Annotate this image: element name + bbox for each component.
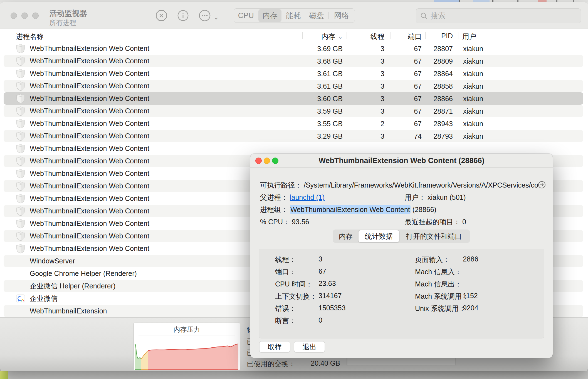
- cell-pid: 28807: [433, 44, 453, 53]
- cell-ports: 67: [414, 82, 422, 90]
- column-header-pid[interactable]: PID: [441, 32, 453, 40]
- search-input[interactable]: [431, 12, 577, 20]
- inspector-tab-打开的文件和端口[interactable]: 打开的文件和端口: [399, 230, 468, 242]
- view-tab-CPU[interactable]: CPU: [234, 9, 258, 23]
- user-label: 用户：: [405, 193, 426, 201]
- inspector-zoom-traffic-light[interactable]: [272, 158, 278, 164]
- view-tab-网络[interactable]: 网络: [328, 9, 355, 23]
- inspect-process-button[interactable]: [177, 10, 189, 22]
- chevron-down-icon[interactable]: ⌄: [213, 13, 219, 21]
- shield-icon: [16, 156, 25, 166]
- desktop-wallpaper-peek: [0, 371, 8, 379]
- column-header-memory[interactable]: 内存 ⌄: [321, 32, 343, 41]
- quit-button[interactable]: 退出: [294, 341, 325, 352]
- table-row[interactable]: WebThumbnailExtension Web Content 3.61 G…: [4, 67, 583, 80]
- stat-left-2-value: 23.63: [318, 280, 336, 288]
- column-header-threads[interactable]: 线程: [370, 32, 384, 41]
- process-group-suffix: (28866): [411, 206, 436, 213]
- cell-memory: 3.69 GB: [317, 44, 343, 53]
- shield-icon: [16, 169, 25, 179]
- minimize-traffic-light[interactable]: [21, 13, 28, 19]
- table-row[interactable]: WebThumbnailExtension Web Content 3.59 G…: [4, 105, 583, 117]
- parent-process-link[interactable]: launchd (1): [290, 193, 325, 201]
- cpu-value: 93.56: [292, 218, 309, 226]
- stat-right-3-value: 1152: [463, 292, 478, 300]
- cell-pid: 28866: [433, 94, 453, 103]
- process-group-label: 进程组：: [260, 206, 288, 213]
- swap-used-label: 已使用的交换：: [247, 359, 295, 368]
- process-group-highlight: WebThumbnailExtension Web Content: [290, 205, 411, 214]
- cell-threads: 3: [381, 57, 384, 65]
- cell-pid: 28864: [433, 69, 453, 78]
- table-row[interactable]: WebThumbnailExtension Web Content 3.60 G…: [4, 92, 583, 105]
- sort-desc-icon: ⌄: [338, 33, 343, 40]
- desktop: { "app": { "title": "活动监视器", "subtitle":…: [0, 0, 588, 379]
- quit-process-button[interactable]: [155, 10, 167, 22]
- cell-threads: 3: [381, 107, 384, 115]
- view-tab-内存[interactable]: 内存: [258, 9, 281, 22]
- process-name: 企业微信 Helper (Renderer): [30, 281, 115, 291]
- exec-path-label: 可执行路径：: [260, 181, 302, 189]
- table-row[interactable]: WebThumbnailExtension Web Content 3.68 G…: [4, 55, 583, 67]
- view-tab-能耗[interactable]: 能耗: [282, 9, 305, 23]
- hung-value: 0: [462, 218, 466, 226]
- close-traffic-light[interactable]: [11, 13, 17, 19]
- cell-pid: 28809: [433, 57, 453, 65]
- table-row[interactable]: WebThumbnailExtension Web Content 3.29 G…: [4, 130, 583, 142]
- shield-icon: [16, 194, 25, 204]
- cell-pid: 28871: [433, 107, 453, 115]
- info-icon: [177, 10, 189, 23]
- view-tab-磁盘[interactable]: 磁盘: [305, 9, 328, 23]
- inspector-close-traffic-light[interactable]: [255, 158, 262, 164]
- cell-threads: 3: [381, 132, 384, 140]
- inspector-tab-统计数据[interactable]: 统计数据: [358, 230, 399, 242]
- parent-process-label: 父进程：: [260, 193, 288, 201]
- zoom-traffic-light[interactable]: [32, 13, 39, 19]
- column-header-ports[interactable]: 端口: [408, 32, 422, 41]
- table-row[interactable]: WebThumbnailExtension Web Content 3.69 G…: [4, 42, 583, 55]
- shield-icon: [16, 131, 25, 141]
- exec-path-value: /System/Library/Frameworks/WebKit.framew…: [304, 181, 538, 189]
- cell-ports: 67: [414, 69, 422, 78]
- table-row[interactable]: WebThumbnailExtension Web Content: [4, 142, 583, 155]
- stat-left-4-label: 错误：: [275, 304, 296, 313]
- table-row[interactable]: WebThumbnailExtension Web Content 3.55 G…: [4, 117, 583, 130]
- stat-left-1-label: 端口：: [275, 267, 296, 276]
- more-options-button[interactable]: [199, 10, 211, 22]
- process-name: WebThumbnailExtension Web Content: [30, 132, 149, 140]
- shield-icon: [16, 119, 25, 129]
- statistics-panel: 线程：3端口：67CPU 时间：23.63上下文切换：314167错误：1505…: [259, 249, 544, 338]
- swap-used-value: 20.40 GB: [311, 359, 340, 367]
- memory-pressure-chart: [134, 323, 240, 370]
- process-name: WebThumbnailExtension Web Content: [30, 157, 149, 165]
- process-group-row: 进程组： WebThumbnailExtension Web Content (…: [260, 205, 436, 214]
- cell-user: xiakun: [463, 107, 483, 115]
- inspector-tabs: 内存统计数据打开的文件和端口: [333, 230, 470, 243]
- reveal-path-button[interactable]: [538, 181, 546, 189]
- stat-left-5-value: 0: [318, 316, 322, 324]
- column-header-user[interactable]: 用户: [462, 32, 476, 41]
- inspector-minimize-traffic-light[interactable]: [264, 158, 270, 164]
- sample-button[interactable]: 取样: [259, 341, 290, 352]
- process-name: WebThumbnailExtension Web Content: [30, 94, 149, 103]
- cell-ports: 67: [414, 119, 422, 128]
- cell-memory: 3.60 GB: [317, 94, 343, 103]
- process-name: 企业微信: [30, 294, 58, 303]
- stat-right-3-label: Mach 系统调用：: [415, 292, 469, 301]
- cell-ports: 67: [414, 107, 422, 115]
- column-header-name[interactable]: 进程名称: [16, 32, 44, 41]
- stat-left-3-value: 314167: [318, 292, 342, 300]
- cell-memory: 3.59 GB: [317, 107, 343, 115]
- cell-pid: 28793: [433, 132, 453, 140]
- shield-icon: [16, 44, 25, 54]
- process-name: WebThumbnailExtension Web Content: [30, 195, 149, 203]
- shield-icon: [16, 244, 25, 254]
- stat-left-5-label: 断言：: [275, 316, 296, 325]
- cell-memory: 3.61 GB: [317, 69, 343, 78]
- search-field[interactable]: [416, 8, 581, 23]
- inspector-tab-内存[interactable]: 内存: [333, 230, 358, 242]
- table-row[interactable]: WebThumbnailExtension Web Content 3.61 G…: [4, 80, 583, 92]
- cpu-row: % CPU： 93.56: [260, 217, 309, 226]
- hung-label: 最近挂起的项目：: [405, 218, 460, 226]
- close-octagon-icon: [155, 10, 167, 23]
